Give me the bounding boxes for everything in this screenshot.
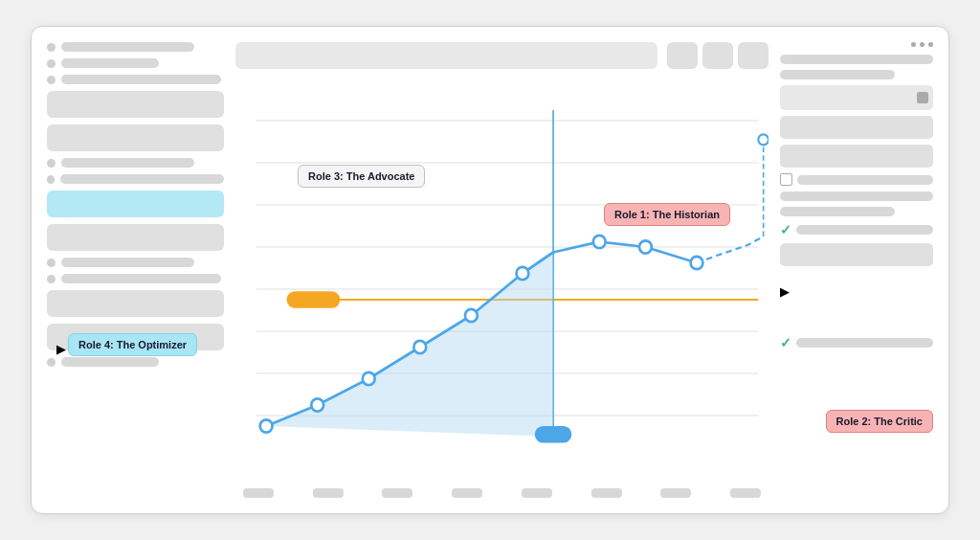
main-container: ▶ Role 4: The Optimizer bbox=[31, 26, 949, 514]
dot-8 bbox=[47, 358, 56, 367]
svg-point-15 bbox=[465, 309, 478, 322]
svg-point-19 bbox=[691, 257, 703, 269]
left-row-5 bbox=[47, 174, 224, 184]
btn-1[interactable] bbox=[667, 42, 698, 69]
left-row-7 bbox=[47, 274, 224, 283]
x-label-6 bbox=[591, 488, 622, 498]
left-row-1 bbox=[47, 42, 224, 52]
advocate-tooltip: Role 3: The Advocate bbox=[298, 165, 425, 188]
svg-rect-9 bbox=[287, 291, 341, 308]
bar-6 bbox=[61, 258, 194, 267]
svg-point-17 bbox=[593, 236, 606, 248]
x-label-8 bbox=[730, 488, 761, 498]
svg-point-12 bbox=[311, 398, 323, 411]
svg-rect-20 bbox=[535, 426, 572, 443]
btn-3[interactable] bbox=[738, 42, 768, 69]
x-axis bbox=[235, 488, 768, 498]
critic-tooltip: Role 2: The Critic bbox=[826, 410, 933, 433]
left-row-2 bbox=[47, 58, 224, 68]
x-label-5 bbox=[522, 488, 552, 498]
critic-area: ▶ bbox=[780, 272, 933, 329]
historian-tooltip-text: Role 1: The Historian bbox=[614, 209, 720, 220]
rbar-4 bbox=[780, 207, 895, 216]
checkmark-row-2: ✓ bbox=[780, 335, 933, 350]
rbar-cm-1 bbox=[796, 225, 933, 235]
btn-2[interactable] bbox=[702, 42, 733, 69]
block-3 bbox=[47, 224, 224, 251]
chart-svg bbox=[235, 79, 768, 479]
dot-menu-2 bbox=[920, 42, 924, 47]
dot-5 bbox=[47, 175, 55, 184]
rblock-3 bbox=[780, 243, 933, 266]
svg-point-14 bbox=[413, 341, 426, 353]
x-label-4 bbox=[452, 488, 482, 498]
dot-7 bbox=[47, 275, 56, 283]
critic-tooltip-text: Role 2: The Critic bbox=[836, 416, 923, 427]
bar-3 bbox=[61, 75, 221, 84]
svg-point-11 bbox=[260, 419, 273, 432]
svg-point-16 bbox=[516, 267, 528, 280]
x-label-3 bbox=[382, 488, 412, 498]
block-highlight bbox=[47, 191, 224, 217]
middle-panel: Role 3: The Advocate Role 1: The Histori… bbox=[235, 42, 768, 498]
rbar-3 bbox=[780, 191, 933, 201]
bar-1 bbox=[61, 42, 194, 52]
optimizer-tooltip-text: Role 4: The Optimizer bbox=[78, 339, 187, 350]
cursor-icon-left: ▶ bbox=[56, 342, 66, 356]
rblock-2 bbox=[780, 145, 933, 168]
bar-7 bbox=[61, 274, 221, 283]
dot-2 bbox=[47, 59, 56, 68]
bar-5 bbox=[60, 174, 224, 184]
left-row-8 bbox=[47, 357, 224, 367]
block-2 bbox=[47, 124, 224, 151]
select-arrow-icon bbox=[917, 92, 928, 103]
select-box[interactable] bbox=[780, 85, 933, 110]
x-label-7 bbox=[660, 488, 691, 498]
dot-3 bbox=[47, 76, 56, 84]
rbar-2 bbox=[780, 70, 895, 79]
historian-tooltip: Role 1: The Historian bbox=[604, 203, 730, 226]
block-4 bbox=[47, 290, 224, 317]
svg-point-21 bbox=[758, 134, 768, 145]
search-bar[interactable] bbox=[235, 42, 657, 69]
checkmark-2: ✓ bbox=[780, 335, 791, 350]
x-label-2 bbox=[313, 488, 344, 498]
middle-top-bar bbox=[235, 42, 768, 69]
dot-menu-3 bbox=[928, 42, 933, 47]
checkmark-1: ✓ bbox=[780, 222, 791, 237]
dot-1 bbox=[47, 43, 56, 52]
checkbox-row-1 bbox=[780, 173, 933, 186]
left-row-3 bbox=[47, 75, 224, 84]
dot-menu-1 bbox=[911, 42, 916, 47]
rblock-1 bbox=[780, 116, 933, 139]
dot-4 bbox=[47, 159, 56, 168]
rbar-cm-2 bbox=[796, 338, 933, 348]
advocate-tooltip-text: Role 3: The Advocate bbox=[308, 170, 414, 182]
chart-area: Role 3: The Advocate Role 1: The Histori… bbox=[235, 79, 768, 479]
cursor-icon-right: ▶ bbox=[780, 284, 830, 299]
dot-6 bbox=[47, 259, 56, 267]
checkmark-row-1: ✓ bbox=[780, 222, 933, 237]
left-panel: ▶ Role 4: The Optimizer bbox=[47, 42, 224, 498]
bar-8 bbox=[61, 357, 159, 367]
rbar-check-1 bbox=[797, 175, 933, 185]
left-row-4 bbox=[47, 158, 224, 168]
svg-point-18 bbox=[639, 240, 652, 253]
x-label-1 bbox=[243, 488, 274, 498]
left-row-6 bbox=[47, 258, 224, 267]
svg-point-13 bbox=[363, 372, 375, 385]
right-top-menu bbox=[780, 42, 933, 47]
right-panel: ✓ ▶ ✓ Role 2: The Critic bbox=[780, 42, 933, 498]
bar-2 bbox=[61, 58, 159, 68]
optimizer-tooltip: Role 4: The Optimizer bbox=[68, 333, 197, 356]
rbar-1 bbox=[780, 55, 933, 64]
btn-group bbox=[667, 42, 768, 69]
bar-4 bbox=[61, 158, 194, 168]
block-1 bbox=[47, 91, 224, 118]
checkbox-1[interactable] bbox=[780, 173, 792, 186]
